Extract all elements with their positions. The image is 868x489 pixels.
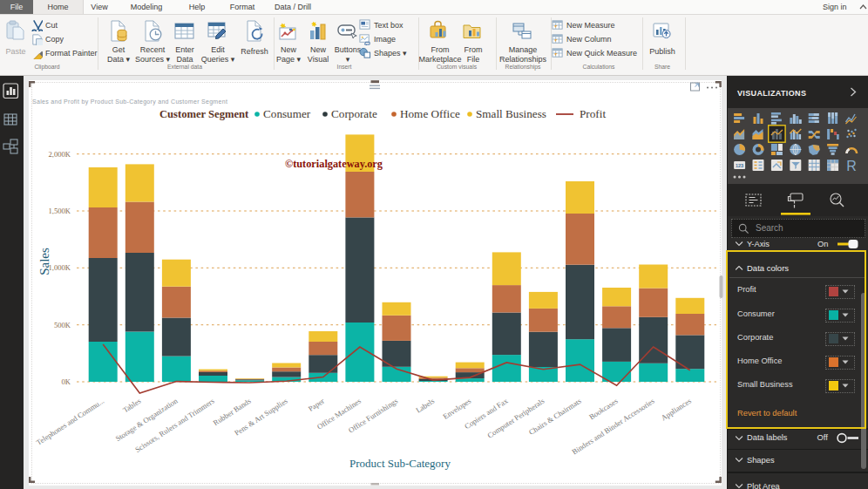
svg-text:123: 123 [736, 163, 743, 168]
svg-text:R: R [846, 159, 857, 173]
